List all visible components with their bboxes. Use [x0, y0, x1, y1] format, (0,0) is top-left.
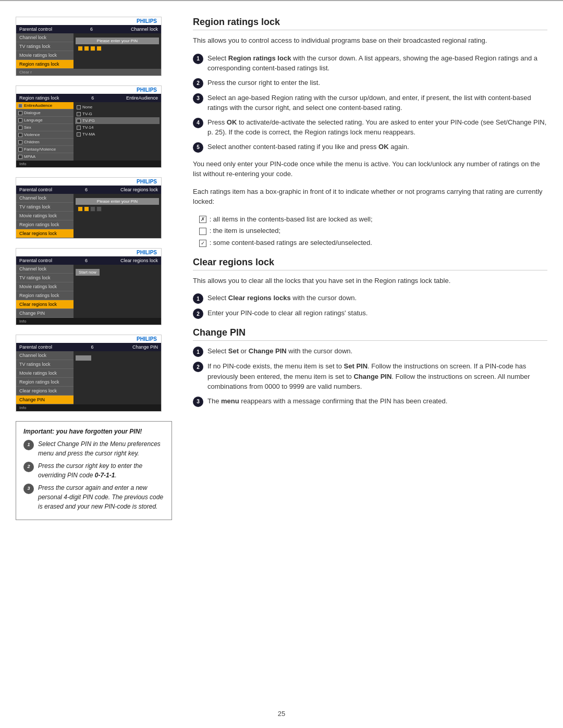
panel3-header: Parental control 6 Clear regions lock	[16, 186, 161, 194]
pin-step-num-1: 1	[193, 347, 203, 357]
cb-none	[77, 105, 81, 109]
panel1-menu: Channel lock TV ratings lock Movie ratin…	[16, 33, 74, 69]
clear-regions-section: Clear regions lock This allows you to cl…	[193, 257, 547, 319]
important-title: Important: you have forgotten your PIN!	[23, 427, 164, 436]
c-step-num-1: 1	[193, 293, 203, 304]
panel1-header-center: 6	[90, 27, 93, 32]
clear-regions-intro: This allows you to clear all the locks t…	[193, 276, 547, 286]
panel4-body: Channel lock TV ratings lock Movie ratin…	[16, 265, 161, 318]
panel5-header-left: Parental control	[19, 344, 52, 350]
p3-clear-regions: Clear regions lock	[16, 229, 74, 238]
r-step-text-5: Select another content-based rating if y…	[207, 142, 547, 152]
panel3-header-left: Parental control	[19, 187, 52, 192]
pin-step-num-3: 3	[193, 397, 203, 407]
region-para2: Each ratings item has a box-graphic in f…	[193, 187, 547, 207]
clear-step-2: 2 Enter your PIN-code to clear all regio…	[193, 308, 547, 319]
pin-box-2	[84, 46, 89, 51]
menu-channel-lock: Channel lock	[16, 33, 74, 42]
ok-bold-1: OK	[227, 118, 237, 126]
p3-pin-4	[96, 206, 102, 212]
philips-logo-3: PHILIPS	[134, 178, 159, 185]
pin-step-text-2: If no PIN-code exists, the menu item is …	[207, 361, 547, 392]
c-step-num-2: 2	[193, 309, 203, 319]
bullet-3-text: : some content-based ratings are selecte…	[210, 239, 372, 246]
panel2-header-center: 6	[91, 95, 94, 101]
panel3-body: Channel lock TV ratings lock Movie ratin…	[16, 194, 161, 238]
p3-movie-ratings: Movie ratings lock	[16, 212, 74, 220]
menu-tv-ratings: TV ratings lock	[16, 42, 74, 51]
p5-tv-ratings: TV ratings lock	[16, 360, 74, 369]
panel2-header: Region ratings lock 6 EntireAudience	[16, 94, 161, 102]
right-tv14: TV-14	[75, 124, 160, 131]
empty-icon	[199, 228, 206, 235]
imp-step-num-3: 3	[23, 484, 34, 494]
pin-step-3: 3 The menu reappears with a message conf…	[193, 396, 547, 407]
philips-logo-1: PHILIPS	[134, 18, 159, 24]
clear-steps-list: 1 Select Clear regions locks with the cu…	[193, 293, 547, 319]
page-number: 25	[278, 710, 285, 718]
right-tvpg: TV-PG	[75, 117, 160, 124]
cb-sex	[18, 126, 22, 130]
panel4-content: Start now	[74, 265, 161, 318]
clear-regions-title: Clear regions lock	[193, 257, 547, 270]
change-pin-title: Change PIN	[193, 327, 547, 341]
pin-step-2: 2 If no PIN-code exists, the menu item i…	[193, 361, 547, 392]
imp-step-num-2: 2	[23, 462, 34, 472]
menu-bold: menu	[221, 397, 239, 405]
panel1-header-right: Channel lock	[131, 27, 158, 32]
important-box: Important: you have forgotten your PIN! …	[16, 421, 172, 520]
r-step-text-1: Select Region ratings lock with the curs…	[207, 53, 547, 73]
panel4-header: Parental control 6 Clear regions lock	[16, 256, 161, 265]
p4-tv-ratings: TV ratings lock	[16, 274, 74, 282]
r-step-num-1: 1	[193, 54, 203, 64]
pin-input-bar	[76, 355, 91, 361]
menu-region-ratings: Region ratings lock	[16, 60, 74, 69]
panel5-menu: Channel lock TV ratings lock Movie ratin…	[16, 351, 74, 404]
panel5-header-right: Change PIN	[132, 344, 158, 350]
right-column: Region ratings lock This allows you to c…	[182, 17, 547, 707]
tv-panel-4: PHILIPS Parental control 6 Clear regions…	[16, 248, 162, 325]
region-step-5: 5 Select another content-based rating if…	[193, 142, 547, 153]
right-tvma: TV-MA	[75, 131, 160, 138]
r-step-text-3: Select an age-based Region rating with t…	[207, 93, 547, 113]
left-column: PHILIPS Parental control 6 Channel lock …	[16, 17, 182, 707]
region-children: Children	[16, 139, 74, 146]
panel4-info: Info	[16, 318, 161, 325]
r-step-num-5: 5	[193, 142, 203, 153]
region-step-4: 4 Press OK to activate/de-activate the s…	[193, 117, 547, 138]
tv-panel-2: PHILIPS Region ratings lock 6 EntireAudi…	[16, 85, 162, 168]
region-ratings-intro: This allows you to control access to ind…	[193, 35, 547, 46]
p5-channel-lock: Channel lock	[16, 351, 74, 360]
philips-logo-2: PHILIPS	[134, 87, 159, 93]
p3-pin-1	[78, 206, 83, 212]
pin-step-1: 1 Select Set or Change PIN with the curs…	[193, 346, 547, 357]
pin-step-text-3: The menu reappears with a message confir…	[207, 396, 547, 406]
cb-dialogue	[18, 111, 22, 115]
panel5-info: Info	[16, 404, 161, 411]
cb-fantasy	[18, 147, 22, 152]
r-step-text-2: Press the cursor right to enter the list…	[207, 78, 547, 88]
c-step-text-1: Select Clear regions locks with the curs…	[207, 293, 547, 303]
cb-entire	[18, 104, 22, 108]
panel2-body: EntireAudience Dialogue Language Sex Vio…	[16, 102, 161, 161]
important-step-2: 2 Press the cursor right key to enter th…	[23, 461, 164, 480]
panel5-content	[74, 351, 161, 404]
panel5-header: Parental control 6 Change PIN	[16, 343, 161, 351]
tv-panel-1: PHILIPS Parental control 6 Channel lock …	[16, 17, 162, 76]
cb-tvg	[77, 112, 81, 116]
panel3-content: Please enter your PIN	[74, 194, 161, 238]
p3-pin-2	[84, 206, 89, 212]
clear-regions-bold: Clear regions locks	[228, 294, 291, 302]
cb-violence	[18, 133, 22, 137]
cb-mpaa	[18, 155, 22, 159]
c-step-text-2: Enter your PIN-code to clear all region …	[207, 308, 547, 318]
p5-movie-ratings: Movie ratings lock	[16, 369, 74, 378]
region-sex: Sex	[16, 124, 74, 131]
important-steps-list: 1 Select Change PIN in the Menu preferen…	[23, 439, 164, 511]
panel4-header-center: 6	[85, 258, 88, 263]
p4-movie-ratings: Movie ratings lock	[16, 282, 74, 291]
philips-logo-5: PHILIPS	[134, 336, 159, 342]
region-steps-list: 1 Select Region ratings lock with the cu…	[193, 53, 547, 153]
cb-tvpg	[77, 119, 81, 123]
region-violence: Violence	[16, 131, 74, 139]
